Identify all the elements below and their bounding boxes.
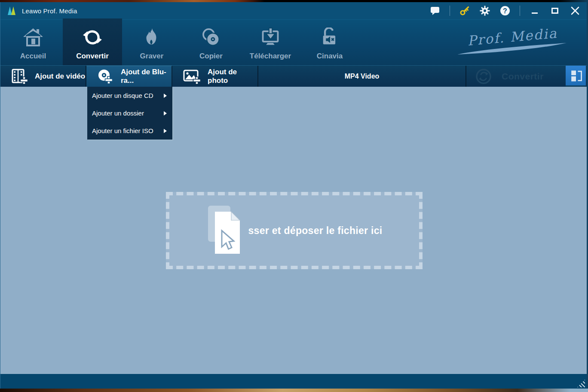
file-drop-zone[interactable]: sser et déposer le fichier ici [166, 192, 423, 269]
tab-cinavia[interactable]: Cinavia [300, 20, 359, 65]
home-icon [22, 26, 44, 49]
photo-add-icon [183, 68, 201, 85]
brand-script-logo: Prof. Media [451, 24, 572, 61]
menu-item-add-iso-file[interactable]: Ajouter un fichier ISO [87, 122, 172, 140]
add-bluray-label: Ajout de Blu-ra... [121, 68, 172, 85]
tab-label: Accueil [20, 52, 46, 61]
app-logo-icon [6, 5, 18, 16]
menu-item-label: Ajouter un fichier ISO [92, 127, 153, 134]
tab-convertir[interactable]: Convertir [63, 18, 122, 65]
add-photo-label: Ajout de photo [208, 68, 257, 85]
download-icon [260, 26, 281, 49]
add-video-label: Ajout de vidéo [35, 72, 85, 81]
film-add-icon [11, 68, 28, 85]
message-icon[interactable] [429, 5, 441, 16]
convert-button[interactable]: Convertir [466, 66, 566, 87]
app-window: Leawo Prof. Media [0, 2, 588, 389]
tab-label: Convertir [76, 52, 109, 61]
tab-telecharger[interactable]: Télécharger [241, 20, 300, 65]
minimize-icon[interactable] [529, 5, 540, 16]
key-icon[interactable] [459, 5, 470, 16]
format-label: MP4 Video [345, 73, 380, 80]
desktop-background-bottom [0, 389, 588, 392]
sub-toolbar: Ajout de vidéo Ajout de Blu-ra... [0, 65, 587, 87]
svg-text:?: ? [503, 7, 507, 15]
settings-gear-icon[interactable] [479, 5, 490, 16]
add-video-button[interactable]: Ajout de vidéo [0, 66, 86, 87]
titlebar-separator [520, 6, 520, 16]
close-icon[interactable] [570, 5, 581, 16]
disc-add-icon [97, 68, 114, 85]
maximize-icon[interactable] [549, 5, 560, 16]
tab-label: Copier [199, 52, 223, 61]
tab-graver[interactable]: Graver [122, 20, 181, 65]
copy-discs-icon [201, 26, 221, 49]
drop-zone-text: sser et déposer le fichier ici [248, 225, 383, 237]
drag-file-icon [206, 206, 254, 258]
status-bar [0, 374, 587, 389]
tab-label: Cinavia [317, 52, 343, 61]
convert-sync-icon [82, 26, 103, 49]
tab-label: Télécharger [250, 52, 291, 61]
menu-item-add-folder[interactable]: Ajouter un dossier [87, 104, 172, 122]
submenu-arrow-icon [164, 129, 167, 133]
bluray-dropdown-menu: Ajouter un disque CD Ajouter un dossier … [87, 87, 172, 140]
menu-item-add-cd-disc[interactable]: Ajouter un disque CD [87, 87, 172, 104]
window-title: Leawo Prof. Media [22, 7, 77, 15]
format-selector[interactable]: MP4 Video [258, 66, 466, 87]
add-bluray-button[interactable]: Ajout de Blu-ra... [86, 66, 172, 87]
submenu-arrow-icon [164, 111, 167, 115]
convert-circle-icon [475, 68, 492, 85]
help-icon[interactable]: ? [499, 5, 511, 16]
add-photo-button[interactable]: Ajout de photo [172, 66, 258, 87]
tab-copier[interactable]: Copier [181, 20, 241, 65]
title-bar: Leawo Prof. Media [0, 2, 587, 19]
submenu-arrow-icon [164, 94, 167, 98]
panel-layout-icon [568, 67, 584, 84]
menu-item-label: Ajouter un disque CD [92, 92, 153, 99]
tab-label: Graver [140, 52, 164, 61]
tab-accueil[interactable]: Accueil [3, 20, 63, 65]
convert-label: Convertir [502, 71, 544, 82]
titlebar-separator [450, 6, 450, 16]
main-nav: Accueil Convertir Graver [0, 19, 587, 65]
menu-item-label: Ajouter un dossier [92, 109, 144, 117]
panel-toggle-button[interactable] [566, 66, 586, 87]
cinavia-unlock-icon [319, 26, 340, 49]
burn-flame-icon [142, 26, 162, 49]
resize-grip[interactable] [577, 380, 585, 387]
